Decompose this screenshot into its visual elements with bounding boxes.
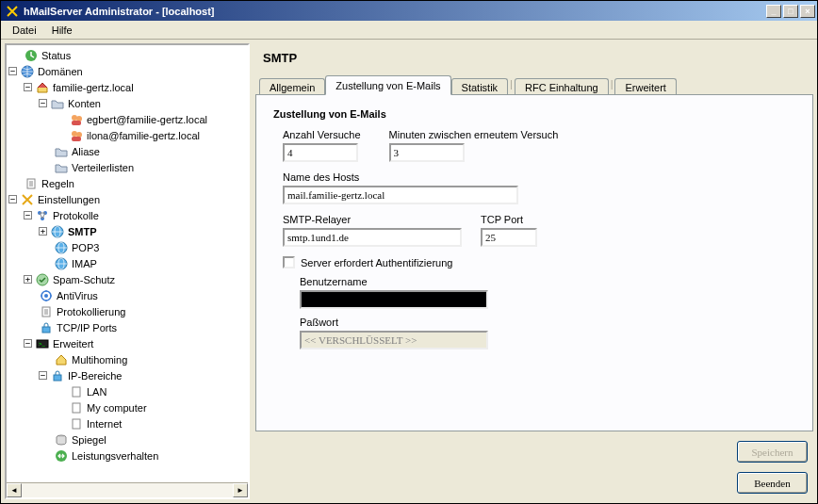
expander-icon[interactable]: − [39,371,47,380]
doc-icon [39,304,54,319]
requires-auth-label: Server erfordert Authentifizierung [301,257,452,268]
app-icon [5,4,20,19]
tab-delivery[interactable]: Zustellung von E-Mails [325,75,450,95]
tree-item-pop3[interactable]: POP3 [8,239,248,255]
section-title: Zustellung von E-Mails [273,108,795,120]
username-label: Benutzername [300,276,795,287]
maximize-button[interactable]: □ [783,5,798,18]
globe2-icon [54,240,69,255]
tree-item-ipranges[interactable]: − IP-Bereiche [8,367,248,383]
bug-icon [39,288,54,303]
tree-item-smtp[interactable]: + SMTP [8,223,248,239]
shield-icon [35,272,50,287]
users-icon [69,128,84,143]
tree-item-aliases[interactable]: Aliase [8,143,248,159]
exit-button[interactable]: Beenden [737,472,808,494]
tab-separator: | [611,78,614,91]
tree-item-account-ilona[interactable]: ilona@familie-gertz.local [8,127,248,143]
close-button[interactable]: × [800,5,815,18]
tree-item-status[interactable]: Status [8,47,248,63]
menu-help[interactable]: Hilfe [44,23,80,38]
expander-icon[interactable]: − [24,83,32,91]
users-icon [69,112,84,127]
content-area: Status − Domänen − familie-gertz.local [1,40,817,503]
tree-panel: Status − Domänen − familie-gertz.local [5,43,250,499]
tree-item-advanced[interactable]: − >_ Erweitert [8,335,248,351]
username-input[interactable] [300,290,488,309]
svg-rect-7 [72,137,81,141]
retries-input[interactable] [283,143,358,162]
page-title: SMTP [255,43,813,74]
expander-icon[interactable]: − [8,195,17,203]
tree-item-multihoming[interactable]: Multihoming [8,351,248,367]
expander-icon[interactable]: − [39,99,47,107]
expander-icon[interactable]: − [8,67,17,75]
svg-rect-4 [72,121,81,125]
scroll-right-button[interactable]: ► [233,483,248,497]
globe2-icon [54,256,69,271]
wrench-icon [20,192,35,207]
save-button[interactable]: Speichern [737,441,808,463]
house-icon [54,352,69,367]
relayer-label: SMTP-Relayer [283,214,462,225]
tree-item-tcpip[interactable]: TCP/IP Ports [8,319,248,335]
expander-icon[interactable]: − [24,211,32,219]
tree-item-domains[interactable]: − Domänen [8,63,248,79]
scroll-left-button[interactable]: ◄ [7,483,22,497]
doc-icon [24,176,39,191]
expander-icon[interactable]: + [39,227,47,236]
protocol-icon [35,208,50,223]
tree-item-accounts[interactable]: − Konten [8,95,248,111]
doc-icon [69,400,84,415]
hostname-input[interactable] [283,186,518,204]
lock-icon [39,320,54,335]
terminal-icon: >_ [35,336,50,351]
button-bar: Speichern [255,431,813,468]
svg-point-20 [44,294,48,298]
titlebar: hMailServer Administrator - [localhost] … [1,1,817,21]
tree-item-spam[interactable]: + Spam-Schutz [8,271,248,287]
tree-item-mycomputer[interactable]: My computer [8,399,248,415]
tree-item-domain[interactable]: − familie-gertz.local [8,79,248,95]
tree-item-performance[interactable]: Leistungsverhalten [8,447,248,463]
svg-rect-22 [42,327,50,333]
tcpport-label: TCP Port [481,214,537,225]
tree-item-distlists[interactable]: Verteilerlisten [8,159,248,175]
password-input[interactable] [300,331,488,350]
tree-item-internet[interactable]: Internet [8,415,248,431]
requires-auth-checkbox[interactable] [283,256,295,268]
svg-rect-28 [73,419,80,429]
minutes-input[interactable] [389,143,465,162]
horizontal-scrollbar[interactable]: ◄ ► [7,482,248,497]
minutes-label: Minuten zwischen erneutem Versuch [389,129,559,140]
tcpport-input[interactable] [481,228,537,247]
tree-item-mirror[interactable]: Spiegel [8,431,248,447]
password-label: Paßwort [300,317,795,328]
menubar: Datei Hilfe [1,21,817,40]
folder-icon [50,96,65,111]
expander-icon[interactable]: + [24,275,32,284]
tab-strip: Allgemein Zustellung von E-Mails Statist… [255,74,813,95]
folder-icon [54,160,69,175]
expander-icon[interactable]: − [24,339,32,348]
main-panel: SMTP Allgemein Zustellung von E-Mails St… [255,43,813,499]
scroll-track[interactable] [22,483,233,497]
tree-item-antivirus[interactable]: AntiVirus [8,287,248,303]
menu-file[interactable]: Datei [5,23,44,38]
relayer-input[interactable] [283,228,462,247]
tree-item-account-egbert[interactable]: egbert@familie-gertz.local [8,111,248,127]
tree-item-protocols[interactable]: − Protokolle [8,207,248,223]
tree-item-lan[interactable]: LAN [8,383,248,399]
tree-item-rules[interactable]: Regeln [8,175,248,191]
window-buttons: _ □ × [766,5,815,18]
tab-panel-delivery: Zustellung von E-Mails Anzahl Versuche M… [255,94,813,431]
button-bar-bottom: Beenden [255,468,813,499]
tree-item-imap[interactable]: IMAP [8,255,248,271]
nav-tree[interactable]: Status − Domänen − familie-gertz.local [7,45,248,482]
minimize-button[interactable]: _ [766,5,781,18]
tree-item-logging[interactable]: Protokollierung [8,303,248,319]
arrows-icon [54,448,69,463]
svg-rect-26 [73,387,80,397]
retries-label: Anzahl Versuche [283,129,361,140]
tree-item-settings[interactable]: − Einstellungen [8,191,248,207]
